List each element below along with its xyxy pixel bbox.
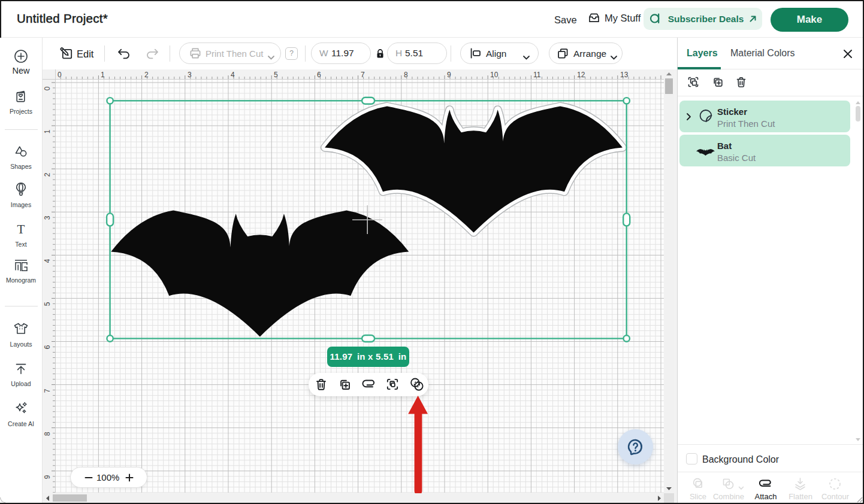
svg-text:T: T [17, 222, 25, 236]
